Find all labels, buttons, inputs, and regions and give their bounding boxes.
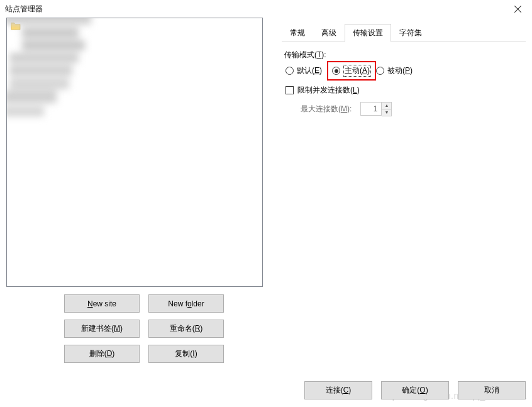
limit-label: 限制并发连接数(L) — [297, 85, 360, 96]
transfer-mode-label: 传输模式(T): — [284, 50, 523, 60]
max-connections-row: 最大连接数(M): ▲ ▼ — [301, 102, 523, 116]
ok-button[interactable]: 确定(O) — [381, 381, 449, 399]
content-area: New site New folder 新建书签(M) 重命名(R) 删除(D)… — [0, 18, 532, 368]
radio-active-label: 主动(A) — [343, 65, 371, 77]
new-site-button[interactable]: New site — [64, 294, 140, 313]
copy-button[interactable]: 复制(I) — [148, 345, 224, 363]
tab-advanced[interactable]: 高级 — [313, 24, 345, 42]
radio-icon — [332, 67, 340, 75]
radio-icon — [285, 67, 294, 75]
max-conn-spinner[interactable]: ▲ ▼ — [360, 102, 392, 116]
new-folder-button[interactable]: New folder — [148, 294, 224, 313]
limit-connections-check[interactable]: 限制并发连接数(L) — [285, 85, 523, 96]
spinner-up-icon[interactable]: ▲ — [382, 103, 391, 109]
window-title: 站点管理器 — [5, 4, 43, 14]
tab-transfer-settings[interactable]: 传输设置 — [345, 24, 391, 42]
radio-default-label: 默认(E) — [297, 65, 322, 76]
radio-default[interactable]: 默认(E) — [285, 65, 322, 76]
new-bookmark-button[interactable]: 新建书签(M) — [64, 320, 140, 338]
titlebar: 站点管理器 — [0, 0, 532, 18]
rename-button[interactable]: 重命名(R) — [148, 320, 224, 338]
tree-item[interactable] — [11, 21, 258, 31]
highlight-box: 主动(A) — [327, 61, 376, 81]
tab-content: 传输模式(T): 默认(E) 主动(A) 被动(P) — [282, 42, 526, 119]
connect-button[interactable]: 连接(C) — [304, 381, 372, 399]
transfer-mode-radios: 默认(E) 主动(A) 被动(P) — [285, 65, 523, 76]
tab-charset[interactable]: 字符集 — [391, 24, 430, 42]
radio-icon — [376, 67, 384, 75]
folder-icon — [11, 21, 21, 30]
radio-active[interactable]: 主动(A) — [332, 65, 371, 76]
blurred-content — [6, 18, 104, 122]
radio-passive[interactable]: 被动(P) — [376, 65, 413, 76]
delete-button[interactable]: 删除(D) — [64, 345, 140, 363]
checkbox-icon — [285, 86, 294, 94]
radio-passive-label: 被动(P) — [387, 65, 413, 76]
close-button[interactable] — [504, 0, 532, 18]
spinner-down-icon[interactable]: ▼ — [382, 109, 391, 116]
right-panel: 常规 高级 传输设置 字符集 传输模式(T): 默认(E) 主动(A) — [275, 18, 526, 363]
max-conn-label: 最大连接数(M): — [301, 104, 352, 114]
site-tree[interactable] — [6, 18, 263, 287]
bottom-bar: 连接(C) 确定(O) 取消 — [304, 381, 526, 399]
tab-general[interactable]: 常规 — [282, 24, 313, 42]
max-conn-input[interactable] — [360, 102, 382, 116]
site-buttons: New site New folder 新建书签(M) 重命名(R) 删除(D)… — [64, 294, 263, 363]
left-panel: New site New folder 新建书签(M) 重命名(R) 删除(D)… — [6, 18, 263, 363]
spinner-buttons: ▲ ▼ — [382, 102, 392, 116]
tabs: 常规 高级 传输设置 字符集 — [282, 24, 526, 42]
close-icon — [514, 6, 521, 13]
cancel-button[interactable]: 取消 — [458, 381, 526, 399]
